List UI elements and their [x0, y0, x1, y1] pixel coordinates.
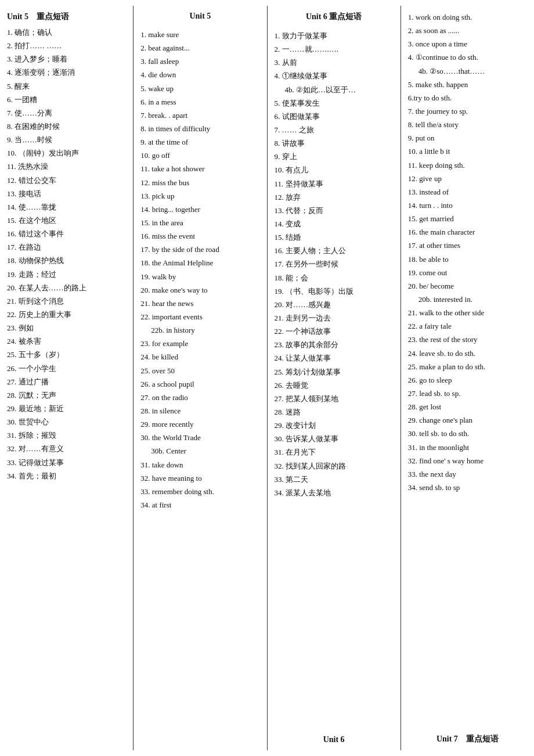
- list-item: 6. 试图做某事: [275, 111, 394, 123]
- col1-title: Unit 5 重点短语: [7, 12, 126, 22]
- list-item: 17. by the side of the road: [140, 244, 259, 255]
- list-item: 12. miss the bus: [140, 177, 259, 189]
- list-item: 34. 派某人去某地: [275, 487, 394, 499]
- list-item: 22. a fairy tale: [408, 321, 527, 332]
- list-item: 18. 能；会: [275, 272, 394, 284]
- list-item: 5. 醒来: [7, 81, 126, 92]
- list-item: 16. the main character: [408, 226, 527, 238]
- list-item: 16. 主要人物；主人公: [275, 245, 394, 257]
- list-item: 4. die down: [140, 69, 259, 81]
- list-item: 32. 对……有意义: [7, 443, 126, 455]
- list-item: 23. the rest of the story: [408, 334, 527, 345]
- page: Unit 5 重点短语 1. 确信；确认2. 拍打…… ……3. 进入梦乡；睡着…: [0, 0, 534, 756]
- list-item: 5. make sth. happen: [408, 79, 527, 91]
- list-item: 15. 在这个地区: [7, 215, 126, 226]
- list-item: 26. go to sleep: [408, 375, 527, 386]
- list-item: 13. 接电话: [7, 188, 126, 200]
- list-item: 2. 一……就…….….: [275, 44, 394, 55]
- list-item: 10. go off: [140, 150, 259, 161]
- list-item: 30. tell sb. to do sth.: [408, 428, 527, 440]
- list-item: 15. 结婚: [275, 232, 394, 243]
- list-item: 4. 逐渐变弱；逐渐消: [7, 67, 126, 78]
- list-item: 6. 一团糟: [7, 94, 126, 106]
- col3-list: 1. 致力于做某事2. 一……就…….….3. 从前4. ①继续做某事4b. ②…: [275, 30, 394, 501]
- list-item: 4. ①continue to do sth.: [408, 52, 527, 63]
- list-item: 29. change one's plan: [408, 415, 527, 426]
- list-item: 15. in the area: [140, 217, 259, 229]
- list-item: 19. 走路；经过: [7, 269, 126, 280]
- list-item: 29. more recently: [140, 419, 259, 430]
- list-item: 14. bring... together: [140, 204, 259, 215]
- list-item: 11. keep doing sth.: [408, 160, 527, 171]
- list-item: 12. 放弃: [275, 192, 394, 203]
- list-item: 22. important events: [140, 311, 259, 323]
- list-item: 3. once upon a time: [408, 38, 527, 50]
- col4-bottom: Unit 7 重点短语: [408, 722, 527, 744]
- col3-bottom: Unit 6: [275, 723, 394, 744]
- list-item: 9. at the time of: [140, 136, 259, 148]
- list-item: 18. the Animal Helpline: [140, 257, 259, 269]
- list-item: 14. turn . . into: [408, 200, 527, 211]
- list-item: 32. have meaning to: [140, 473, 259, 484]
- list-item: 9. 穿上: [275, 151, 394, 163]
- list-item: 10. （闹钟）发出响声: [7, 147, 126, 159]
- list-item: 27. 把某人领到某地: [275, 393, 394, 405]
- list-item: 8. tell the/a story: [408, 119, 527, 131]
- list-item: 10. 有点儿: [275, 164, 394, 176]
- list-item: 25. 筹划/计划做某事: [275, 366, 394, 378]
- list-item: 26. 一个小学生: [7, 363, 126, 375]
- list-item: 2. 拍打…… ……: [7, 40, 126, 52]
- list-item: 4b. ②如此…以至于…: [275, 84, 394, 96]
- list-item: 13. pick up: [140, 190, 259, 202]
- list-item: 1. 致力于做某事: [275, 30, 394, 42]
- list-item: 23. 例如: [7, 322, 126, 334]
- list-item: 1. make sure: [140, 29, 259, 41]
- list-item: 19. （书、电影等）出版: [275, 286, 394, 297]
- list-item: 21. 听到这个消息: [7, 296, 126, 307]
- list-item: 25. 五十多（岁）: [7, 349, 126, 361]
- list-item: 17. 在另外一些时候: [275, 258, 394, 270]
- list-item: 22. 一个神话故事: [275, 326, 394, 337]
- list-item: 32. find one' s way home: [408, 455, 527, 467]
- list-item: 11. 洗热水澡: [7, 161, 126, 172]
- list-item: 13. instead of: [408, 186, 527, 198]
- list-item: 5. 使某事发生: [275, 98, 394, 109]
- list-item: 21. hear the news: [140, 298, 259, 309]
- list-item: 27. lead sb. to sp.: [408, 388, 527, 399]
- list-item: 1. work on doing sth.: [408, 12, 527, 23]
- list-item: 18. 动物保护热线: [7, 255, 126, 267]
- list-item: 11. take a hot shower: [140, 163, 259, 175]
- list-item: 18. be able to: [408, 254, 527, 265]
- list-item: 23. for example: [140, 338, 259, 350]
- list-item: 28. 迷路: [275, 406, 394, 418]
- list-item: 31. in the moonlight: [408, 442, 527, 453]
- col3-title: Unit 6 重点短语: [275, 12, 394, 24]
- list-item: 6. in a mess: [140, 96, 259, 108]
- list-item: 33. remember doing sth.: [140, 486, 259, 498]
- col2-title: Unit 5: [140, 12, 259, 23]
- list-item: 30. 告诉某人做某事: [275, 433, 394, 445]
- list-item: 21. walk to the other side: [408, 307, 527, 319]
- list-item: 1. 确信；确认: [7, 27, 126, 38]
- list-item: 28. in silence: [140, 405, 259, 417]
- list-item: 26. a school pupil: [140, 379, 259, 390]
- col2-list: 1. make sure2. beat against...3. fall as…: [140, 29, 259, 513]
- list-item: 21. 走到另一边去: [275, 312, 394, 324]
- col1-list: 1. 确信；确认2. 拍打…… ……3. 进入梦乡；睡着4. 逐渐变弱；逐渐消5…: [7, 27, 126, 484]
- list-item: 9. put on: [408, 132, 527, 144]
- list-item: 34. send sb. to sp: [408, 482, 527, 494]
- list-item: 8. 讲故事: [275, 138, 394, 149]
- list-item: 24. be killed: [140, 351, 259, 363]
- list-item: 16. miss the event: [140, 231, 259, 242]
- list-item: 30b. Center: [140, 445, 259, 457]
- list-item: 30. 世贸中心: [7, 416, 126, 428]
- list-item: 15. get married: [408, 213, 527, 225]
- list-item: 4b. ②so……that……: [408, 66, 527, 77]
- list-item: 5. wake up: [140, 83, 259, 95]
- list-item: 3. 从前: [275, 57, 394, 69]
- list-item: 12. give up: [408, 173, 527, 185]
- list-item: 17. at other times: [408, 240, 527, 251]
- list-item: 9. 当……时候: [7, 134, 126, 146]
- list-item: 29. 改变计划: [275, 420, 394, 431]
- list-item: 10. a little b it: [408, 146, 527, 157]
